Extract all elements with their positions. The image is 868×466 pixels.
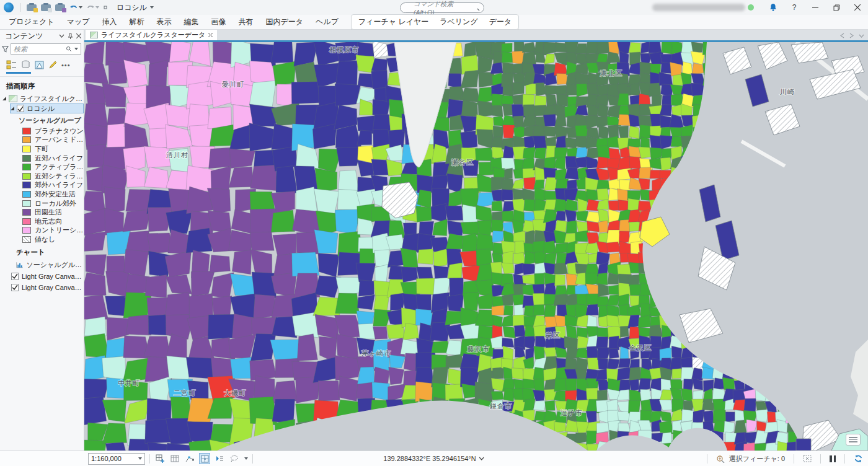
- map-scale-select[interactable]: 1:160,000: [88, 453, 145, 465]
- legend-swatch[interactable]: [22, 182, 31, 188]
- legend-item[interactable]: 近郊シティライフ: [2, 172, 84, 181]
- basemap-layer-row[interactable]: Light Gray Canvas Base: [2, 282, 84, 293]
- layer-visibility-checkbox[interactable]: [11, 284, 19, 291]
- legend-swatch[interactable]: [22, 218, 31, 225]
- legend-item[interactable]: 下町: [2, 144, 84, 154]
- contextual-tab-1[interactable]: ラベリング: [434, 15, 483, 29]
- legend-item[interactable]: 値なし: [2, 235, 84, 244]
- legend-swatch[interactable]: [22, 227, 31, 234]
- legend-swatch[interactable]: [22, 191, 31, 198]
- legend-item[interactable]: カントリーシンプルライフ: [2, 226, 84, 235]
- layer-visibility-checkbox[interactable]: [11, 273, 19, 280]
- legend-swatch[interactable]: [22, 164, 31, 170]
- legend-item[interactable]: プラチナタウン: [2, 126, 84, 136]
- pause-updates-icon[interactable]: [830, 455, 836, 462]
- lasso-select-icon[interactable]: [229, 453, 240, 464]
- legend-swatch[interactable]: [22, 236, 31, 243]
- search-options-chevron-icon[interactable]: [74, 48, 78, 50]
- legend-item[interactable]: 地元志向: [2, 217, 84, 226]
- map-view-tab[interactable]: ライフスタイルクラスターデータ: [86, 30, 217, 40]
- ribbon-tab-6[interactable]: 画像: [205, 15, 232, 30]
- ribbon-tab-7[interactable]: 共有: [232, 15, 260, 30]
- filter-funnel-icon[interactable]: [2, 46, 9, 53]
- ribbon-tab-3[interactable]: 解析: [123, 15, 151, 30]
- ribbon-tab-0[interactable]: プロジェクト: [2, 15, 61, 30]
- list-by-data-source-icon[interactable]: [21, 60, 30, 69]
- basemap-layer-label: Light Gray Canvas Ref...: [22, 273, 84, 280]
- more-options-icon[interactable]: •••: [61, 61, 71, 69]
- panel-close-icon[interactable]: [76, 33, 81, 38]
- legend-swatch[interactable]: [22, 136, 31, 143]
- minimize-button[interactable]: [805, 0, 826, 15]
- contextual-tab-2[interactable]: データ: [484, 15, 518, 29]
- expander-icon[interactable]: [2, 97, 6, 100]
- ribbon-tab-8[interactable]: 国内データ: [260, 15, 310, 30]
- legend-item[interactable]: 近郊ハイライフ: [2, 154, 84, 163]
- select-tool-chevron-icon[interactable]: [244, 457, 248, 460]
- list-by-drawing-order-icon[interactable]: [6, 60, 17, 69]
- open-project-icon[interactable]: [41, 3, 51, 12]
- basemap-layer-row[interactable]: Light Gray Canvas Ref...: [2, 271, 84, 282]
- layer-visibility-checkbox[interactable]: [17, 105, 24, 112]
- pause-drawing-toggle-icon[interactable]: [199, 453, 210, 464]
- legend-swatch[interactable]: [22, 173, 31, 180]
- ribbon-tab-1[interactable]: マップ: [61, 15, 96, 30]
- legend-item[interactable]: 郊外ハイライフ: [2, 181, 84, 190]
- map-view[interactable]: 相模原市愛川町港北区川崎清川村瀬谷区栄区金沢区藤沢市茅ヶ崎市中井町二宮町大磯町鎌…: [84, 42, 868, 451]
- close-view-icon[interactable]: [208, 33, 213, 37]
- refresh-icon[interactable]: [854, 454, 863, 463]
- scroll-tabs-left-icon[interactable]: [840, 33, 844, 38]
- legend-item[interactable]: 郊外安定生活: [2, 190, 84, 199]
- zoom-to-selection-icon[interactable]: [716, 455, 725, 463]
- ribbon-tab-2[interactable]: 挿入: [96, 15, 123, 30]
- ribbon-tab-5[interactable]: 編集: [178, 15, 205, 30]
- legend-swatch[interactable]: [22, 128, 31, 134]
- command-search-input[interactable]: コマンド検索 (Alt+Q): [400, 2, 484, 13]
- tab-list-chevron-icon[interactable]: [859, 33, 864, 38]
- selection-box-icon[interactable]: [803, 455, 812, 462]
- pin-icon[interactable]: [68, 33, 73, 39]
- quick-access-more-icon[interactable]: [103, 5, 108, 10]
- scroll-tabs-right-icon[interactable]: [849, 33, 854, 38]
- layer-group-row[interactable]: ライフスタイルクラスターデ...: [2, 94, 84, 103]
- ribbon-tab-4[interactable]: 表示: [151, 15, 178, 30]
- save-project-icon[interactable]: [27, 3, 37, 12]
- grid-add-icon[interactable]: [154, 453, 166, 464]
- account-badge[interactable]: [652, 4, 745, 11]
- ribbon-tab-9[interactable]: ヘルプ: [309, 15, 345, 30]
- panel-menu-chevron-icon[interactable]: [59, 34, 64, 38]
- legend-item[interactable]: アクティブライフ: [2, 162, 84, 172]
- undo-button[interactable]: [69, 4, 82, 11]
- map-place-label: 相模原市: [329, 46, 359, 53]
- redo-button[interactable]: [86, 4, 99, 11]
- layer-row-selected[interactable]: ロコシル: [10, 103, 84, 113]
- notifications-button[interactable]: [763, 0, 784, 15]
- lifestyle-cluster-map[interactable]: 相模原市愛川町港北区川崎清川村瀬谷区栄区金沢区藤沢市茅ヶ崎市中井町二宮町大磯町鎌…: [84, 42, 868, 451]
- map-overlay-button[interactable]: [846, 434, 861, 446]
- contextual-tab-0[interactable]: フィーチャ レイヤー: [353, 15, 434, 29]
- legend-swatch[interactable]: [22, 200, 31, 207]
- legend-swatch[interactable]: [22, 155, 31, 162]
- legend-item[interactable]: アーバンミドルクラス: [2, 136, 84, 145]
- map-thumbnail-icon: [9, 95, 17, 102]
- snapping-icon[interactable]: [184, 453, 195, 464]
- save-as-icon[interactable]: [55, 3, 66, 12]
- contents-search-input[interactable]: 検索: [11, 43, 81, 55]
- legend-swatch[interactable]: [22, 146, 31, 152]
- expander-icon[interactable]: [11, 107, 14, 110]
- status-bar: 1:160,000 139.2884332°E 35.2946154°N 選択フ…: [0, 451, 868, 466]
- close-button[interactable]: [847, 0, 868, 15]
- list-by-selection-icon[interactable]: [35, 61, 44, 69]
- coordinate-readout[interactable]: 139.2884332°E 35.2946154°N: [383, 455, 484, 462]
- help-button[interactable]: ?: [784, 0, 805, 15]
- active-map-menu[interactable]: ロコシル: [117, 2, 154, 13]
- legend-item[interactable]: 田園生活: [2, 208, 84, 217]
- sync-navigate-icon[interactable]: [214, 453, 225, 464]
- sparkle-icon: [404, 4, 411, 11]
- list-by-editing-icon[interactable]: [48, 61, 57, 69]
- legend-swatch[interactable]: [22, 209, 31, 216]
- attribute-table-icon[interactable]: [169, 453, 180, 464]
- legend-item[interactable]: ローカル郊外: [2, 199, 84, 208]
- chart-item-row[interactable]: ソーシャルグループ別...: [2, 260, 84, 271]
- restore-button[interactable]: [826, 0, 847, 15]
